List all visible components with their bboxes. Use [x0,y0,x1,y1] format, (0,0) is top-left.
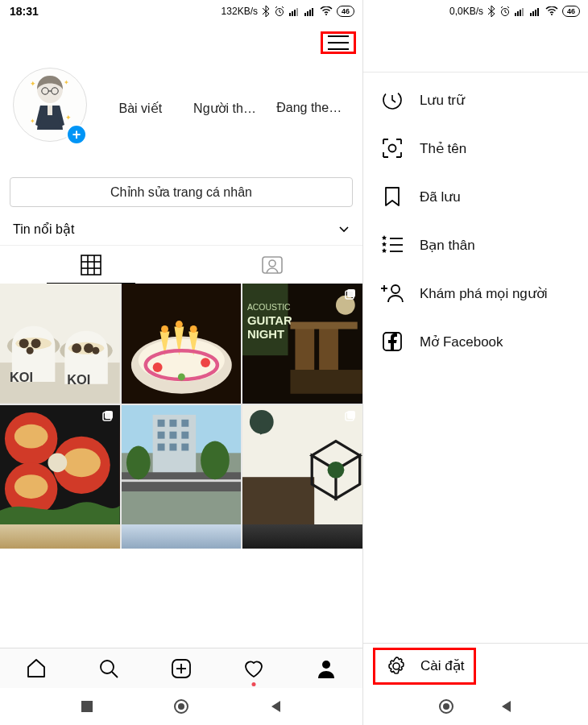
svg-text:ACOUSTIC: ACOUSTIC [247,303,291,312]
person-icon [315,657,337,680]
svg-point-35 [72,343,81,353]
sys-back-button[interactable] [499,699,514,714]
stat-followers-label[interactable]: Người th… [184,101,266,116]
nav-search[interactable] [97,657,120,680]
svg-rect-83 [181,443,188,450]
post-grid: KOI KOI [0,284,362,524]
svg-rect-105 [517,11,519,16]
svg-rect-77 [181,420,188,427]
svg-rect-100 [81,701,93,712]
post-tile[interactable] [242,405,362,525]
add-story-icon[interactable]: + [66,124,87,145]
menu-button[interactable] [328,35,349,50]
svg-point-30 [19,338,29,348]
menu-saved[interactable]: Đã lưu [363,172,588,221]
status-right: 132KB/s 46 [222,6,354,17]
svg-point-122 [393,663,400,669]
sys-recent-button[interactable] [80,699,94,714]
alarm-icon [274,6,285,17]
signal-icon [289,6,300,16]
status-right: 0,0KB/s 46 [449,6,580,17]
svg-rect-6 [307,11,308,16]
svg-point-69 [48,453,67,472]
grid-icon [81,255,101,276]
svg-rect-76 [169,420,176,427]
svg-text:✦: ✦ [30,118,35,125]
post-tile[interactable] [0,524,120,549]
svg-rect-19 [81,255,101,275]
svg-point-37 [92,347,99,354]
sys-home-button[interactable] [173,698,189,715]
svg-rect-1 [289,13,291,16]
carousel-icon [345,410,358,423]
stat-following-label[interactable]: Đang the… [268,101,350,116]
post-tile[interactable] [0,405,120,525]
menu-label: Thẻ tên [420,140,466,157]
svg-rect-57 [291,322,358,329]
post-tile[interactable]: KOI KOI [0,284,120,404]
menu-facebook[interactable]: Mở Facebook [363,317,588,366]
menu-close-friends[interactable]: Bạn thân [363,221,588,269]
alarm-icon [499,6,511,17]
menu-label: Đã lưu [420,188,461,205]
post-tile[interactable] [122,284,242,404]
settings-button-highlight: Cài đặt [373,648,476,685]
tab-tagged[interactable] [181,246,362,284]
svg-rect-104 [515,13,516,16]
svg-point-102 [178,703,184,710]
nametag-icon [381,137,404,160]
tagged-icon [261,255,284,276]
svg-text:✦: ✦ [65,114,72,122]
menu-header [363,23,588,72]
svg-point-36 [84,343,93,353]
svg-rect-7 [309,10,311,16]
archive-icon [381,89,404,111]
post-tile[interactable]: ACOUSTIC GUITAR NIGHT [242,284,362,404]
svg-rect-79 [169,431,176,438]
svg-point-87 [201,441,230,479]
stat-posts-label[interactable]: Bài viết [100,101,181,116]
nav-new-post[interactable] [170,657,193,680]
settings-button[interactable]: Cài đặt [420,657,464,674]
profile-stats: Bài viết Người th… Đang the… [100,101,350,116]
bluetooth-icon [487,6,495,17]
post-tile[interactable] [122,524,242,549]
profile-header: ✦ ✦ ✦ ✦ + Bài viết Người th… Đang the… [0,63,362,150]
svg-rect-109 [532,11,534,16]
tab-grid[interactable] [0,246,181,284]
svg-rect-75 [157,420,164,427]
sys-home-button[interactable] [438,698,454,715]
profile-screen: 18:31 132KB/s 46 [0,0,363,725]
bookmark-icon [381,185,404,208]
menu-discover[interactable]: Khám phá mọi người [363,269,588,317]
view-tabs [0,245,362,284]
svg-text:✦: ✦ [30,80,36,88]
status-speed: 132KB/s [222,6,258,17]
top-bar [0,23,362,63]
search-icon [97,657,120,680]
edit-profile-button[interactable]: Chỉnh sửa trang cá nhân [10,177,353,207]
wifi-icon [320,6,333,16]
post-tile[interactable] [122,405,242,525]
menu-screen: 0,0KB/s 46 Lưu trữ Thẻ tên Đã lưu Bạn th… [363,0,588,725]
svg-point-47 [152,362,162,372]
story-highlights-row[interactable]: Tin nổi bật [0,218,362,245]
svg-point-86 [126,445,151,479]
svg-rect-106 [520,10,521,16]
sys-back-button[interactable] [269,699,284,714]
nav-activity[interactable] [242,657,265,680]
nav-home[interactable] [25,657,48,680]
menu-nametag[interactable]: Thẻ tên [363,124,588,172]
svg-point-124 [443,703,449,710]
post-tile[interactable] [242,524,362,549]
avatar[interactable]: ✦ ✦ ✦ ✦ + [13,68,93,148]
nav-profile[interactable] [315,657,337,680]
svg-text:NIGHT: NIGHT [247,328,284,341]
carousel-icon [102,410,115,423]
menu-list: Lưu trữ Thẻ tên Đã lưu Bạn thân Khám phá… [363,72,588,369]
svg-point-91 [250,410,274,434]
svg-rect-8 [312,8,313,16]
svg-rect-4 [296,8,298,16]
menu-archive[interactable]: Lưu trữ [363,76,588,124]
signal-icon-2 [530,6,541,16]
